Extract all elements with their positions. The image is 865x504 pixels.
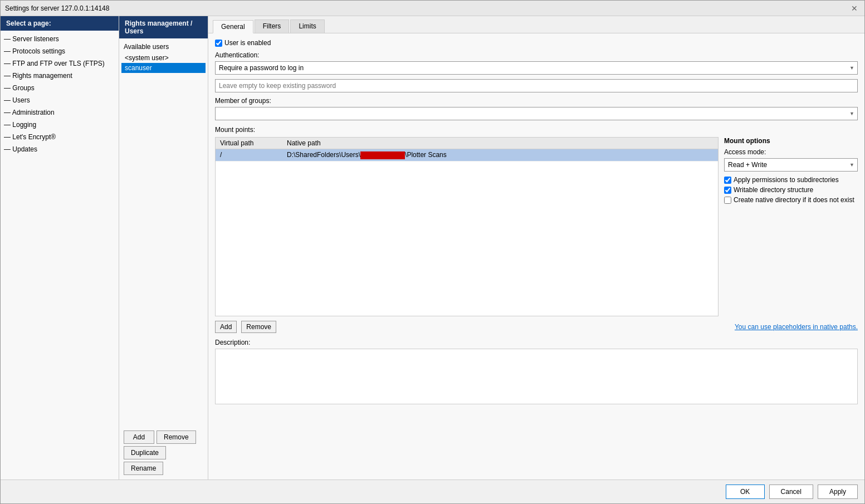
virtual-path-cell: / (216, 149, 282, 162)
mount-points-area: Virtual path Native path / D:\SharedFold… (215, 137, 858, 316)
member-groups-dropdown-wrapper (215, 107, 858, 120)
native-path-cell: D:\SharedFolders\Users\\Plotter Scans (282, 149, 718, 162)
sidebar-item-protocols-settings[interactable]: — Protocols settings (1, 45, 119, 57)
remove-user-button[interactable]: Remove (157, 430, 196, 444)
title-bar: Settings for server 127.0.0.1:14148 ✕ (1, 1, 864, 16)
form-area: User is enabled Authentication: Require … (208, 33, 864, 479)
user-enabled-checkbox[interactable] (215, 40, 222, 47)
sidebar-item-rights-management[interactable]: — Rights management (1, 70, 119, 82)
apply-permissions-label: Apply permissions to subdirectories (734, 176, 839, 184)
user-enabled-label: User is enabled (224, 39, 271, 47)
middle-buttons: Add Remove Duplicate Rename (119, 426, 208, 479)
mount-table-body: / D:\SharedFolders\Users\\Plotter Scans (216, 149, 718, 162)
mount-points-label: Mount points: (215, 126, 858, 134)
left-panel: Select a page: — Server listeners — Prot… (1, 16, 119, 479)
password-input[interactable] (215, 79, 858, 92)
tab-limits[interactable]: Limits (290, 19, 324, 33)
available-users-label: Available users (119, 38, 208, 53)
sidebar-item-logging[interactable]: — Logging (1, 119, 119, 131)
user-item-scanuser[interactable]: scanuser (121, 63, 206, 73)
user-enabled-row: User is enabled (215, 39, 858, 47)
sidebar-item-lets-encrypt[interactable]: — Let's Encrypt® (1, 131, 119, 143)
sidebar-item-users[interactable]: — Users (1, 94, 119, 106)
writable-directory-label: Writable directory structure (734, 186, 813, 194)
writable-dir-row: Writable directory structure (724, 186, 858, 194)
cancel-button[interactable]: Cancel (769, 485, 813, 499)
redacted-segment (360, 151, 405, 159)
sidebar-item-updates[interactable]: — Updates (1, 143, 119, 155)
col-native-path: Native path (282, 138, 718, 149)
col-virtual-path: Virtual path (216, 138, 282, 149)
create-native-checkbox[interactable] (724, 197, 731, 204)
right-panel: General Filters Limits User is enabled A… (208, 16, 864, 479)
sidebar-item-administration[interactable]: — Administration (1, 106, 119, 119)
duplicate-user-button[interactable]: Duplicate (124, 446, 166, 459)
apply-permissions-checkbox[interactable] (724, 177, 731, 184)
auth-dropdown-wrapper: Require a password to log in Allow any p… (215, 61, 858, 75)
apply-permissions-row: Apply permissions to subdirectories (724, 176, 858, 184)
settings-window: Settings for server 127.0.0.1:14148 ✕ Se… (0, 0, 865, 504)
sidebar-item-ftp-tls[interactable]: — FTP and FTP over TLS (FTPS) (1, 57, 119, 70)
access-mode-select[interactable]: Read + Write Read only Write only (724, 158, 858, 172)
bottom-bar: OK Cancel Apply (1, 479, 864, 503)
add-user-button[interactable]: Add (124, 430, 154, 444)
table-row[interactable]: / D:\SharedFolders\Users\\Plotter Scans (216, 149, 718, 162)
user-list: <system user> scanuser (119, 53, 208, 426)
mount-table-container: Virtual path Native path / D:\SharedFold… (215, 137, 719, 316)
mount-table-header: Virtual path Native path (216, 138, 718, 149)
mount-action-row: Add Remove You can use placeholders in n… (215, 321, 858, 333)
mount-options-title: Mount options (724, 137, 858, 145)
apply-button[interactable]: Apply (818, 485, 858, 499)
mount-table-scroll: Virtual path Native path / D:\SharedFold… (216, 138, 718, 316)
mount-table: Virtual path Native path / D:\SharedFold… (216, 138, 718, 162)
create-native-label: Create native directory if it does not e… (734, 196, 854, 204)
close-button[interactable]: ✕ (849, 3, 860, 14)
user-item-system[interactable]: <system user> (121, 53, 206, 63)
tabs-bar: General Filters Limits (208, 16, 864, 33)
member-of-groups-label: Member of groups: (215, 97, 858, 105)
authentication-label: Authentication: (215, 51, 858, 59)
add-mount-button[interactable]: Add (215, 321, 237, 333)
window-title: Settings for server 127.0.0.1:14148 (5, 4, 109, 12)
select-a-page-header: Select a page: (1, 16, 119, 31)
sidebar-item-groups[interactable]: — Groups (1, 82, 119, 94)
mount-options-panel: Mount options Access mode: Read + Write … (724, 137, 858, 316)
description-textarea[interactable] (215, 349, 858, 404)
member-groups-dropdown[interactable] (215, 107, 858, 120)
remove-mount-button[interactable]: Remove (241, 321, 276, 333)
mount-buttons: Add Remove (215, 321, 276, 333)
writable-directory-checkbox[interactable] (724, 187, 731, 194)
rename-user-button[interactable]: Rename (124, 462, 163, 475)
main-content: Select a page: — Server listeners — Prot… (1, 16, 864, 479)
placeholder-link[interactable]: You can use placeholders in native paths… (735, 323, 858, 331)
rights-management-header: Rights management / Users (119, 16, 208, 38)
ok-button[interactable]: OK (726, 485, 765, 499)
access-mode-label: Access mode: (724, 148, 858, 156)
sidebar-item-server-listeners[interactable]: — Server listeners (1, 33, 119, 45)
tab-general[interactable]: General (213, 20, 253, 33)
create-native-row: Create native directory if it does not e… (724, 196, 858, 204)
tree-container: — Server listeners — Protocols settings … (1, 31, 119, 479)
auth-dropdown[interactable]: Require a password to log in Allow any p… (215, 61, 858, 75)
description-label: Description: (215, 339, 858, 346)
middle-panel: Rights management / Users Available user… (119, 16, 208, 479)
access-mode-wrapper: Read + Write Read only Write only (724, 158, 858, 172)
tab-filters[interactable]: Filters (255, 19, 290, 33)
